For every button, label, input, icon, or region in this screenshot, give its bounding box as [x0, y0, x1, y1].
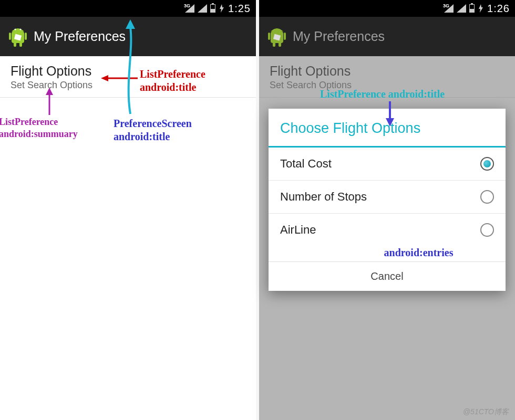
annotation-listpref-title: ListPreference android:title: [140, 68, 205, 94]
svg-point-2: [15, 28, 16, 30]
dialog-option-2[interactable]: AirLine: [269, 214, 506, 246]
svg-point-3: [20, 28, 22, 30]
annotation-prefscreen-title: PreferenceScreen android:title: [114, 117, 192, 143]
list-preference-dialog: Choose Flight Options Total Cost Number …: [269, 109, 506, 291]
option-label: Total Cost: [280, 157, 332, 171]
action-bar: My Preferences: [259, 17, 515, 56]
phone-right: 3G 1:26 My Preferences: [259, 0, 515, 420]
signal-icon: 3G: [185, 4, 194, 13]
charging-icon: [219, 4, 225, 13]
dialog-option-0[interactable]: Total Cost: [269, 148, 506, 181]
option-label: AirLine: [280, 223, 316, 237]
pref-summary: Set Search Options: [11, 80, 245, 91]
battery-icon: [210, 4, 215, 13]
svg-rect-19: [279, 42, 281, 47]
phone-left: 3G 1:25 My Preferenc: [0, 0, 256, 420]
radio-icon: [480, 223, 494, 237]
svg-rect-17: [284, 33, 286, 40]
signal-icon-2: [457, 4, 466, 13]
signal-icon-2: [198, 4, 207, 13]
actionbar-title: My Preferences: [293, 29, 385, 44]
content-area: Flight Options Set Search Options ListPr…: [259, 56, 515, 420]
svg-rect-16: [268, 33, 270, 40]
annotation-listpref-title-right: ListPreference android:title: [320, 88, 445, 101]
pref-title: Flight Options: [11, 64, 245, 79]
dialog-option-1[interactable]: Number of Stops: [269, 181, 506, 214]
radio-icon: [480, 190, 494, 204]
svg-rect-18: [273, 42, 275, 47]
app-icon: [267, 26, 286, 47]
charging-icon: [478, 4, 484, 13]
svg-marker-0: [220, 4, 224, 13]
annotation-listpref-summary: ListPreference android:summuary: [0, 116, 78, 140]
svg-marker-14: [479, 4, 483, 13]
svg-rect-5: [25, 33, 27, 40]
dialog-title: Choose Flight Options: [269, 109, 506, 148]
content-area: Flight Options Set Search Options ListPr…: [0, 56, 256, 420]
annotation-entries: android:entries: [269, 246, 506, 261]
clock: 1:26: [487, 3, 510, 15]
clock: 1:25: [228, 3, 251, 15]
app-icon: [8, 26, 27, 47]
status-bar: 3G 1:25: [0, 0, 256, 17]
svg-rect-6: [14, 42, 16, 47]
actionbar-title: My Preferences: [34, 29, 126, 44]
network-label: 3G: [184, 3, 190, 8]
radio-icon: [480, 157, 494, 171]
svg-rect-4: [9, 33, 11, 40]
signal-icon: 3G: [444, 4, 454, 13]
list-preference-row[interactable]: Flight Options Set Search Options: [0, 56, 256, 98]
option-label: Number of Stops: [280, 190, 367, 204]
status-bar: 3G 1:26: [259, 0, 515, 17]
svg-rect-7: [19, 42, 22, 47]
dialog-cancel-button[interactable]: Cancel: [269, 261, 506, 291]
battery-icon: [469, 4, 475, 13]
action-bar: My Preferences: [0, 17, 256, 56]
network-label: 3G: [443, 3, 449, 8]
